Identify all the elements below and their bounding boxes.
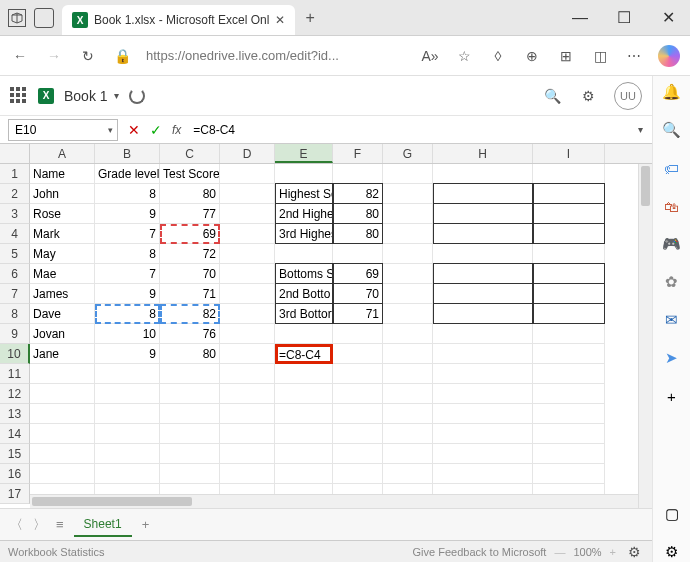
cell-D2[interactable] <box>220 184 275 204</box>
cell-C6[interactable]: 70 <box>160 264 220 284</box>
cell-I7[interactable] <box>533 283 605 304</box>
cell-C4[interactable]: 69 <box>160 224 220 244</box>
cell-I2[interactable] <box>533 183 605 204</box>
row-header-10[interactable]: 10 <box>0 344 30 364</box>
cell-G2[interactable] <box>383 184 433 204</box>
cell-A9[interactable]: Jovan <box>30 324 95 344</box>
cell-F12[interactable] <box>333 384 383 404</box>
cell-I15[interactable] <box>533 444 605 464</box>
row-header-1[interactable]: 1 <box>0 164 30 184</box>
cell-I4[interactable] <box>533 223 605 244</box>
cell-B15[interactable] <box>95 444 160 464</box>
cell-F7[interactable]: 70 <box>333 283 383 304</box>
file-name[interactable]: Book 1 <box>64 88 108 104</box>
window-maximize-button[interactable]: ☐ <box>602 0 646 36</box>
cell-E3[interactable]: 2nd Highe <box>275 203 333 224</box>
cell-A1[interactable]: Name <box>30 164 95 184</box>
cell-D4[interactable] <box>220 224 275 244</box>
cell-A14[interactable] <box>30 424 95 444</box>
cell-A12[interactable] <box>30 384 95 404</box>
cell-H2[interactable] <box>433 183 533 204</box>
browser-tab-active[interactable]: X Book 1.xlsx - Microsoft Excel Onl ✕ <box>62 5 295 35</box>
cell-G4[interactable] <box>383 224 433 244</box>
cell-D1[interactable] <box>220 164 275 184</box>
cell-F13[interactable] <box>333 404 383 424</box>
row-header-6[interactable]: 6 <box>0 264 30 284</box>
cell-E14[interactable] <box>275 424 333 444</box>
file-menu-chevron-icon[interactable]: ▾ <box>114 90 119 101</box>
cell-E8[interactable]: 3rd Bottor <box>275 303 333 324</box>
cell-B13[interactable] <box>95 404 160 424</box>
formula-input[interactable]: =C8-C4 <box>189 123 628 137</box>
cell-E13[interactable] <box>275 404 333 424</box>
cell-G1[interactable] <box>383 164 433 184</box>
cell-H5[interactable] <box>433 244 533 264</box>
nav-refresh-button[interactable]: ↻ <box>78 46 98 66</box>
cell-E2[interactable]: Highest Sc <box>275 183 333 204</box>
personal-tab-icon[interactable] <box>8 9 26 27</box>
cell-H14[interactable] <box>433 424 533 444</box>
cell-B10[interactable]: 9 <box>95 344 160 364</box>
cell-B6[interactable]: 7 <box>95 264 160 284</box>
cell-C12[interactable] <box>160 384 220 404</box>
cell-I9[interactable] <box>533 324 605 344</box>
cell-H12[interactable] <box>433 384 533 404</box>
cell-F3[interactable]: 80 <box>333 203 383 224</box>
cell-B5[interactable]: 8 <box>95 244 160 264</box>
cell-D11[interactable] <box>220 364 275 384</box>
grid-rows[interactable]: 1NameGrade levelTest Score2John880Highes… <box>0 164 652 504</box>
cell-A10[interactable]: Jane <box>30 344 95 364</box>
cell-A15[interactable] <box>30 444 95 464</box>
cell-A7[interactable]: James <box>30 284 95 304</box>
cell-G6[interactable] <box>383 264 433 284</box>
cell-F14[interactable] <box>333 424 383 444</box>
cell-C2[interactable]: 80 <box>160 184 220 204</box>
cell-E7[interactable]: 2nd Botto <box>275 283 333 304</box>
cell-G13[interactable] <box>383 404 433 424</box>
rail-settings-icon[interactable]: ⚙ <box>662 542 682 562</box>
cell-C7[interactable]: 71 <box>160 284 220 304</box>
cell-F5[interactable] <box>333 244 383 264</box>
cell-E11[interactable] <box>275 364 333 384</box>
collections-button[interactable]: ⊕ <box>522 46 542 66</box>
split-screen-button[interactable]: ◫ <box>590 46 610 66</box>
cell-G3[interactable] <box>383 204 433 224</box>
cell-D10[interactable] <box>220 344 275 364</box>
formula-confirm-button[interactable]: ✓ <box>150 122 162 138</box>
cell-C1[interactable]: Test Score <box>160 164 220 184</box>
column-header-G[interactable]: G <box>383 144 433 163</box>
cell-G14[interactable] <box>383 424 433 444</box>
favorite-button[interactable]: ☆ <box>454 46 474 66</box>
cell-I13[interactable] <box>533 404 605 424</box>
cell-I16[interactable] <box>533 464 605 484</box>
tag-icon[interactable]: 🏷 <box>662 158 682 178</box>
cell-I12[interactable] <box>533 384 605 404</box>
cell-H3[interactable] <box>433 203 533 224</box>
copilot-icon[interactable] <box>658 45 680 67</box>
cell-G15[interactable] <box>383 444 433 464</box>
row-header-17[interactable]: 17 <box>0 484 30 504</box>
add-rail-icon[interactable]: + <box>662 386 682 406</box>
cell-B14[interactable] <box>95 424 160 444</box>
cell-A8[interactable]: Dave <box>30 304 95 324</box>
column-header-F[interactable]: F <box>333 144 383 163</box>
games-icon[interactable]: 🎮 <box>662 234 682 254</box>
row-header-9[interactable]: 9 <box>0 324 30 344</box>
cell-E16[interactable] <box>275 464 333 484</box>
cell-E4[interactable]: 3rd Highes <box>275 223 333 244</box>
cell-D9[interactable] <box>220 324 275 344</box>
cell-F10[interactable] <box>333 344 383 364</box>
cell-D5[interactable] <box>220 244 275 264</box>
cell-I10[interactable] <box>533 344 605 364</box>
cell-C5[interactable]: 72 <box>160 244 220 264</box>
cell-B3[interactable]: 9 <box>95 204 160 224</box>
cell-D3[interactable] <box>220 204 275 224</box>
cell-E9[interactable] <box>275 324 333 344</box>
row-header-15[interactable]: 15 <box>0 444 30 464</box>
cell-F15[interactable] <box>333 444 383 464</box>
read-aloud-button[interactable]: A» <box>420 46 440 66</box>
cell-G7[interactable] <box>383 284 433 304</box>
cell-D16[interactable] <box>220 464 275 484</box>
formula-expand-icon[interactable]: ▾ <box>628 124 652 135</box>
cell-G10[interactable] <box>383 344 433 364</box>
